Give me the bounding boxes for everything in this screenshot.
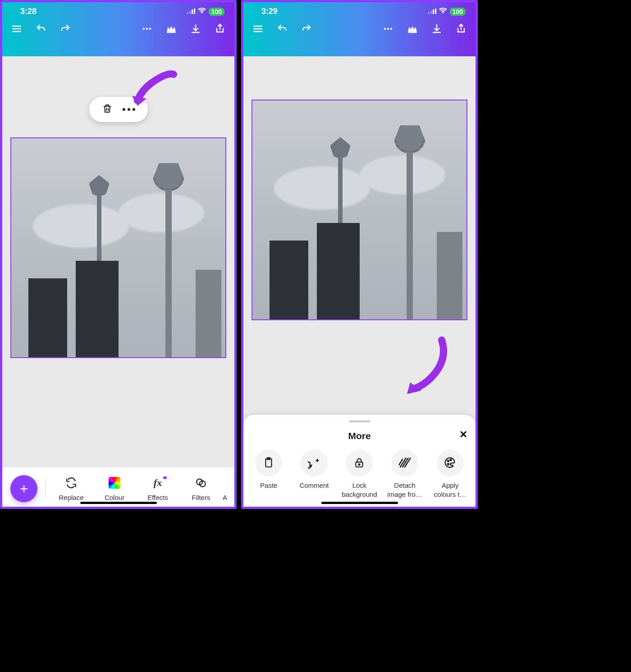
sheet-handle[interactable] — [349, 420, 370, 422]
status-time: 3:28 — [20, 7, 37, 16]
effects-icon: fx — [151, 477, 164, 489]
wifi-icon — [439, 7, 447, 16]
download-icon[interactable] — [430, 23, 443, 35]
context-floating-menu — [89, 97, 148, 122]
menu-icon[interactable] — [10, 23, 23, 35]
sheet-item-lock-background[interactable]: Lock background — [337, 450, 382, 499]
svg-point-23 — [387, 28, 389, 30]
selected-photo[interactable] — [10, 137, 226, 358]
toolbar-label: Effects — [147, 494, 168, 501]
redo-icon[interactable] — [300, 23, 313, 35]
add-button[interactable]: + — [10, 475, 37, 502]
phone-right: 3:29 100 — [241, 0, 478, 509]
battery-level: 100 — [450, 8, 466, 16]
replace-icon — [65, 477, 78, 489]
toolbar-label: Filters — [192, 494, 210, 501]
sheet-label: Comment — [299, 481, 329, 490]
svg-point-8 — [146, 28, 148, 30]
status-time: 3:29 — [261, 7, 278, 16]
toolbar-label: Replace — [59, 494, 83, 501]
svg-rect-2 — [192, 9, 193, 14]
toolbar-colour[interactable]: Colour — [93, 477, 136, 501]
svg-rect-1 — [189, 11, 191, 14]
divider — [46, 478, 46, 499]
topbar-actions — [2, 19, 234, 39]
sheet-item-detach-image[interactable]: Detach image fro… — [382, 450, 428, 499]
topbar-actions — [243, 19, 476, 39]
toolbar-filters[interactable]: Filters — [179, 477, 223, 501]
toolbar-label: Colour — [105, 494, 124, 501]
status-bar: 3:28 100 — [2, 2, 234, 19]
wifi-icon — [198, 7, 206, 16]
svg-point-36 — [447, 460, 448, 461]
status-indicators: 100 — [187, 7, 224, 16]
share-icon[interactable] — [214, 23, 226, 35]
svg-point-37 — [450, 459, 451, 460]
sheet-label: Lock background — [342, 481, 377, 499]
svg-rect-16 — [430, 11, 432, 14]
sheet-label: Apply colours t… — [434, 481, 466, 499]
svg-point-38 — [447, 463, 448, 464]
svg-rect-18 — [435, 9, 436, 14]
sheet-label: Detach image fro… — [387, 481, 422, 499]
svg-rect-25 — [408, 32, 417, 33]
app-topbar: 3:29 100 — [243, 2, 476, 56]
crown-icon[interactable] — [165, 23, 178, 35]
close-icon[interactable]: ✕ — [459, 429, 467, 440]
phone-left: 3:28 100 — [0, 0, 237, 509]
toolbar-label: A — [223, 494, 227, 501]
toolbar-effects[interactable]: fx Effects — [136, 477, 179, 501]
filters-icon — [195, 477, 207, 489]
svg-point-22 — [384, 28, 386, 30]
bottom-toolbar: + Replace Colour fx Effects Filters — [2, 467, 234, 507]
svg-rect-3 — [194, 9, 195, 14]
home-indicator[interactable] — [80, 502, 157, 504]
svg-point-9 — [149, 28, 151, 30]
app-topbar: 3:28 100 — [2, 2, 234, 56]
signal-icon — [187, 7, 195, 16]
palette-icon — [444, 456, 457, 470]
svg-point-31 — [359, 463, 360, 465]
svg-rect-10 — [167, 32, 176, 33]
sheet-item-comment[interactable]: Comment — [292, 450, 337, 499]
selected-photo[interactable] — [251, 100, 467, 320]
delete-icon[interactable] — [102, 103, 113, 116]
toolbar-replace[interactable]: Replace — [50, 477, 93, 501]
colour-icon — [108, 477, 121, 489]
more-icon[interactable] — [141, 23, 153, 35]
canvas[interactable]: More ✕ Paste Comment Lock background — [243, 56, 476, 507]
signal-icon — [428, 7, 436, 16]
battery-level: 100 — [209, 8, 224, 16]
download-icon[interactable] — [189, 23, 202, 35]
share-icon[interactable] — [455, 23, 467, 35]
toolbar-item-partial[interactable]: A — [223, 477, 234, 501]
sheet-title: More — [348, 431, 370, 441]
svg-rect-17 — [433, 9, 434, 14]
lock-icon — [353, 457, 365, 470]
annotation-arrow — [399, 336, 448, 394]
sheet-item-apply-colours[interactable]: Apply colours t… — [427, 450, 473, 499]
crown-icon[interactable] — [406, 23, 419, 35]
svg-rect-0 — [187, 12, 188, 14]
paste-icon — [263, 457, 274, 470]
more-icon[interactable] — [382, 23, 394, 35]
menu-icon[interactable] — [251, 23, 264, 35]
partial-icon — [223, 477, 234, 489]
detach-icon — [398, 456, 412, 471]
svg-rect-15 — [428, 12, 430, 14]
status-indicators: 100 — [428, 7, 466, 16]
sheet-item-paste[interactable]: Paste — [246, 450, 292, 499]
more-sheet: More ✕ Paste Comment Lock background — [243, 415, 476, 507]
canvas[interactable] — [2, 56, 234, 467]
svg-point-7 — [143, 28, 145, 30]
svg-point-24 — [390, 28, 392, 30]
home-indicator[interactable] — [321, 502, 398, 504]
undo-icon[interactable] — [35, 23, 47, 35]
status-bar: 3:29 100 — [243, 2, 476, 19]
sheet-label: Paste — [260, 481, 277, 490]
comment-icon — [308, 456, 320, 470]
notification-dot-icon — [163, 477, 167, 479]
redo-icon[interactable] — [59, 23, 72, 35]
undo-icon[interactable] — [276, 23, 288, 35]
more-options-icon[interactable] — [123, 108, 135, 111]
